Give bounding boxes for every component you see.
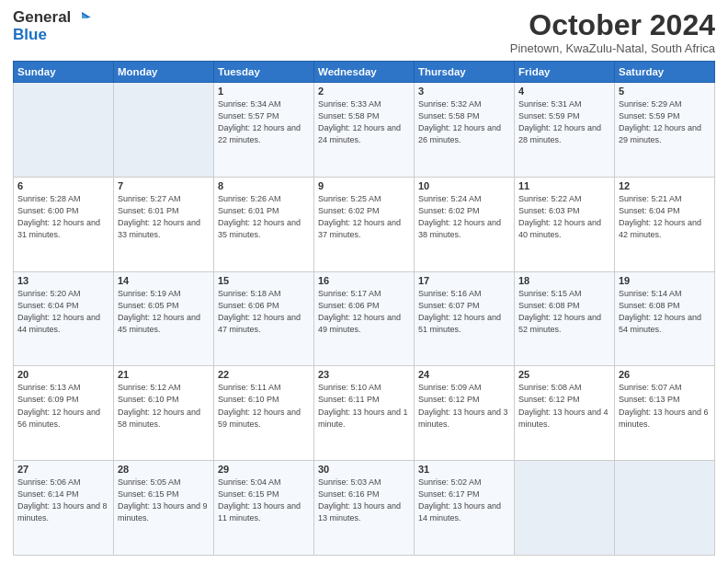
day-number: 1 bbox=[218, 86, 310, 97]
day-number: 2 bbox=[318, 86, 410, 97]
day-info: Sunrise: 5:29 AM Sunset: 5:59 PM Dayligh… bbox=[619, 98, 711, 146]
day-info: Sunrise: 5:34 AM Sunset: 5:57 PM Dayligh… bbox=[218, 98, 310, 146]
day-number: 11 bbox=[518, 180, 610, 191]
day-number: 15 bbox=[218, 275, 310, 286]
calendar-cell: 25Sunrise: 5:08 AM Sunset: 6:12 PM Dayli… bbox=[515, 366, 615, 461]
week-row-5: 27Sunrise: 5:06 AM Sunset: 6:14 PM Dayli… bbox=[14, 461, 715, 556]
header-monday: Monday bbox=[114, 62, 214, 83]
calendar-cell: 21Sunrise: 5:12 AM Sunset: 6:10 PM Dayli… bbox=[114, 366, 214, 461]
calendar-cell bbox=[114, 83, 214, 178]
day-number: 12 bbox=[619, 180, 711, 191]
day-number: 28 bbox=[118, 464, 210, 475]
day-number: 14 bbox=[118, 275, 210, 286]
calendar-cell: 29Sunrise: 5:04 AM Sunset: 6:15 PM Dayli… bbox=[214, 461, 314, 556]
day-info: Sunrise: 5:08 AM Sunset: 6:12 PM Dayligh… bbox=[518, 382, 610, 430]
calendar-cell bbox=[515, 461, 615, 556]
day-number: 18 bbox=[518, 275, 610, 286]
day-number: 21 bbox=[118, 369, 210, 380]
day-number: 8 bbox=[218, 180, 310, 191]
logo-general: General bbox=[13, 9, 71, 27]
day-info: Sunrise: 5:12 AM Sunset: 6:10 PM Dayligh… bbox=[118, 382, 210, 430]
calendar-cell: 26Sunrise: 5:07 AM Sunset: 6:13 PM Dayli… bbox=[615, 366, 715, 461]
day-info: Sunrise: 5:16 AM Sunset: 6:07 PM Dayligh… bbox=[418, 288, 510, 336]
week-row-1: 1Sunrise: 5:34 AM Sunset: 5:57 PM Daylig… bbox=[14, 83, 715, 178]
logo-blue: Blue bbox=[13, 27, 91, 44]
day-info: Sunrise: 5:31 AM Sunset: 5:59 PM Dayligh… bbox=[518, 98, 610, 146]
day-number: 16 bbox=[318, 275, 410, 286]
calendar-cell: 2Sunrise: 5:33 AM Sunset: 5:58 PM Daylig… bbox=[314, 83, 415, 178]
calendar-cell: 14Sunrise: 5:19 AM Sunset: 6:05 PM Dayli… bbox=[114, 271, 214, 366]
day-number: 27 bbox=[17, 464, 109, 475]
day-info: Sunrise: 5:26 AM Sunset: 6:01 PM Dayligh… bbox=[218, 193, 310, 241]
calendar-cell: 3Sunrise: 5:32 AM Sunset: 5:58 PM Daylig… bbox=[415, 83, 515, 178]
day-number: 17 bbox=[418, 275, 510, 286]
day-info: Sunrise: 5:02 AM Sunset: 6:17 PM Dayligh… bbox=[418, 477, 510, 524]
day-number: 22 bbox=[218, 369, 310, 380]
day-info: Sunrise: 5:15 AM Sunset: 6:08 PM Dayligh… bbox=[518, 288, 610, 336]
calendar-cell: 31Sunrise: 5:02 AM Sunset: 6:17 PM Dayli… bbox=[415, 461, 515, 556]
calendar-cell bbox=[615, 461, 715, 556]
calendar-cell: 9Sunrise: 5:25 AM Sunset: 6:02 PM Daylig… bbox=[314, 177, 415, 271]
day-info: Sunrise: 5:27 AM Sunset: 6:01 PM Dayligh… bbox=[118, 193, 210, 241]
calendar-cell: 17Sunrise: 5:16 AM Sunset: 6:07 PM Dayli… bbox=[415, 271, 515, 366]
day-number: 23 bbox=[318, 369, 410, 380]
day-info: Sunrise: 5:14 AM Sunset: 6:08 PM Dayligh… bbox=[619, 288, 711, 336]
day-number: 19 bbox=[619, 275, 711, 286]
day-number: 4 bbox=[518, 86, 610, 97]
calendar-cell: 23Sunrise: 5:10 AM Sunset: 6:11 PM Dayli… bbox=[314, 366, 415, 461]
day-info: Sunrise: 5:28 AM Sunset: 6:00 PM Dayligh… bbox=[17, 193, 109, 241]
calendar-cell: 10Sunrise: 5:24 AM Sunset: 6:02 PM Dayli… bbox=[415, 177, 515, 271]
day-info: Sunrise: 5:09 AM Sunset: 6:12 PM Dayligh… bbox=[418, 382, 510, 430]
calendar-cell bbox=[14, 83, 114, 178]
day-number: 31 bbox=[418, 464, 510, 475]
week-row-2: 6Sunrise: 5:28 AM Sunset: 6:00 PM Daylig… bbox=[14, 177, 715, 271]
day-number: 20 bbox=[17, 369, 109, 380]
calendar-cell: 27Sunrise: 5:06 AM Sunset: 6:14 PM Dayli… bbox=[14, 461, 114, 556]
location: Pinetown, KwaZulu-Natal, South Africa bbox=[510, 41, 715, 55]
day-number: 13 bbox=[17, 275, 109, 286]
day-info: Sunrise: 5:20 AM Sunset: 6:04 PM Dayligh… bbox=[17, 288, 109, 336]
header-thursday: Thursday bbox=[415, 62, 515, 83]
title-section: October 2024 Pinetown, KwaZulu-Natal, So… bbox=[510, 9, 715, 55]
header-saturday: Saturday bbox=[615, 62, 715, 83]
month-title: October 2024 bbox=[510, 9, 715, 41]
day-number: 26 bbox=[619, 369, 711, 380]
calendar-cell: 5Sunrise: 5:29 AM Sunset: 5:59 PM Daylig… bbox=[615, 83, 715, 178]
day-number: 30 bbox=[318, 464, 410, 475]
day-info: Sunrise: 5:03 AM Sunset: 6:16 PM Dayligh… bbox=[318, 477, 410, 524]
day-info: Sunrise: 5:17 AM Sunset: 6:06 PM Dayligh… bbox=[318, 288, 410, 336]
calendar-cell: 19Sunrise: 5:14 AM Sunset: 6:08 PM Dayli… bbox=[615, 271, 715, 366]
week-row-4: 20Sunrise: 5:13 AM Sunset: 6:09 PM Dayli… bbox=[14, 366, 715, 461]
calendar-cell: 28Sunrise: 5:05 AM Sunset: 6:15 PM Dayli… bbox=[114, 461, 214, 556]
day-info: Sunrise: 5:10 AM Sunset: 6:11 PM Dayligh… bbox=[318, 382, 410, 430]
day-number: 29 bbox=[218, 464, 310, 475]
day-number: 3 bbox=[418, 86, 510, 97]
day-info: Sunrise: 5:32 AM Sunset: 5:58 PM Dayligh… bbox=[418, 98, 510, 146]
day-number: 7 bbox=[118, 180, 210, 191]
calendar-header-row: Sunday Monday Tuesday Wednesday Thursday… bbox=[14, 62, 715, 83]
logo-bird-icon bbox=[73, 10, 91, 25]
header-sunday: Sunday bbox=[14, 62, 114, 83]
calendar-table: Sunday Monday Tuesday Wednesday Thursday… bbox=[13, 61, 715, 556]
header: General Blue October 2024 Pinetown, KwaZ… bbox=[13, 9, 715, 55]
calendar-cell: 20Sunrise: 5:13 AM Sunset: 6:09 PM Dayli… bbox=[14, 366, 114, 461]
day-info: Sunrise: 5:18 AM Sunset: 6:06 PM Dayligh… bbox=[218, 288, 310, 336]
day-number: 24 bbox=[418, 369, 510, 380]
calendar-cell: 13Sunrise: 5:20 AM Sunset: 6:04 PM Dayli… bbox=[14, 271, 114, 366]
day-info: Sunrise: 5:11 AM Sunset: 6:10 PM Dayligh… bbox=[218, 382, 310, 430]
calendar-cell: 12Sunrise: 5:21 AM Sunset: 6:04 PM Dayli… bbox=[615, 177, 715, 271]
header-wednesday: Wednesday bbox=[314, 62, 415, 83]
day-number: 25 bbox=[518, 369, 610, 380]
day-info: Sunrise: 5:13 AM Sunset: 6:09 PM Dayligh… bbox=[17, 382, 109, 430]
day-info: Sunrise: 5:04 AM Sunset: 6:15 PM Dayligh… bbox=[218, 477, 310, 524]
page: General Blue October 2024 Pinetown, KwaZ… bbox=[0, 0, 728, 563]
week-row-3: 13Sunrise: 5:20 AM Sunset: 6:04 PM Dayli… bbox=[14, 271, 715, 366]
day-info: Sunrise: 5:25 AM Sunset: 6:02 PM Dayligh… bbox=[318, 193, 410, 241]
day-info: Sunrise: 5:05 AM Sunset: 6:15 PM Dayligh… bbox=[118, 477, 210, 524]
header-tuesday: Tuesday bbox=[214, 62, 314, 83]
day-info: Sunrise: 5:19 AM Sunset: 6:05 PM Dayligh… bbox=[118, 288, 210, 336]
calendar-cell: 16Sunrise: 5:17 AM Sunset: 6:06 PM Dayli… bbox=[314, 271, 415, 366]
calendar-cell: 4Sunrise: 5:31 AM Sunset: 5:59 PM Daylig… bbox=[515, 83, 615, 178]
day-number: 6 bbox=[17, 180, 109, 191]
header-friday: Friday bbox=[515, 62, 615, 83]
